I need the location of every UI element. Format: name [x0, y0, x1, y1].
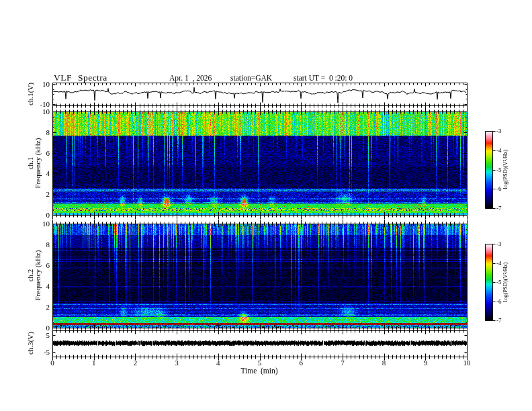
ch1-frequency-tick-label: 4: [46, 170, 50, 177]
time-axis-tick-label: 0: [50, 359, 54, 367]
ch2-frequency-tick-label: 6: [46, 262, 50, 269]
ch1-frequency-tick-label: 8: [46, 128, 50, 136]
ch1-frequency-tick-label: 2: [46, 191, 50, 198]
colorbar-ch1-tick-label: -7: [496, 205, 502, 212]
vlf-spectra-figure: VLF Spectra Apr. 1 , 2026 station=GAK st…: [0, 0, 532, 411]
colorbar-ch1-tick-label: -3: [496, 128, 502, 134]
time-axis-tick-label: 6: [299, 359, 303, 367]
time-axis-tick-label: 4: [216, 359, 220, 367]
colorbar-ch2-tick-label: -7: [496, 318, 502, 324]
ch1-frequency-tick-label: 0: [46, 212, 50, 219]
ch1-frequency-tick-label: 6: [46, 149, 50, 156]
colorbar-ch2-tick-label: -4: [496, 260, 502, 266]
ch2-frequency-tick-label: 8: [46, 241, 50, 248]
time-axis-tick-label: 7: [341, 359, 345, 367]
time-axis-tick-label: 10: [463, 359, 471, 367]
ch3-voltage-tick-label: 5: [46, 332, 50, 339]
ch2-frequency-tick-label: 10: [42, 220, 50, 228]
time-axis-tick-label: 1: [92, 359, 96, 367]
tick-labels-layer: 10-10108642010864205-5012345678910-3-4-5…: [0, 0, 532, 411]
colorbar-ch2-tick-label: -3: [496, 241, 502, 247]
colorbar-ch1-tick-label: -6: [496, 186, 502, 192]
ch3-voltage-tick-label: -5: [44, 349, 50, 356]
ch2-frequency-tick-label: 2: [46, 304, 50, 311]
ch2-frequency-tick-label: 4: [46, 283, 50, 290]
time-axis-tick-label: 5: [258, 359, 262, 367]
ch1-voltage-tick-label: 10: [42, 81, 50, 88]
time-axis-tick-label: 8: [382, 359, 386, 367]
time-axis-tick-label: 3: [175, 359, 179, 367]
time-axis-tick-label: 2: [134, 359, 138, 367]
colorbar-ch2-tick-label: -5: [496, 279, 502, 285]
time-axis-tick-label: 9: [424, 359, 428, 367]
colorbar-ch1-tick-label: -5: [496, 167, 502, 173]
colorbar-ch2-tick-label: -6: [496, 298, 502, 304]
colorbar-ch1-tick-label: -4: [496, 147, 502, 153]
ch1-frequency-tick-label: 10: [42, 108, 50, 116]
